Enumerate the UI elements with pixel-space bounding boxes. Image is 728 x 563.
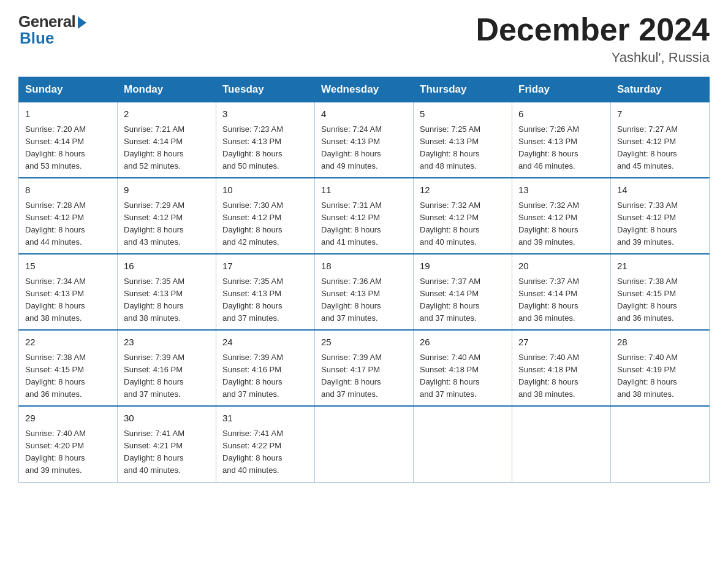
day-info: Sunrise: 7:34 AMSunset: 4:13 PMDaylight:… (25, 275, 111, 325)
column-header-saturday: Saturday (611, 77, 710, 102)
calendar-cell: 3Sunrise: 7:23 AMSunset: 4:13 PMDaylight… (216, 102, 315, 178)
calendar-cell: 23Sunrise: 7:39 AMSunset: 4:16 PMDayligh… (118, 330, 216, 406)
day-info: Sunrise: 7:21 AMSunset: 4:14 PMDaylight:… (124, 123, 210, 173)
page-header: General Blue December 2024 Yashkul', Rus… (18, 12, 710, 66)
day-number: 9 (124, 183, 210, 197)
day-number: 23 (124, 335, 210, 350)
day-number: 7 (617, 107, 703, 121)
day-number: 11 (321, 183, 407, 197)
day-number: 27 (518, 335, 604, 350)
day-number: 5 (420, 107, 506, 121)
day-number: 24 (222, 335, 308, 350)
calendar-cell: 21Sunrise: 7:38 AMSunset: 4:15 PMDayligh… (611, 254, 710, 330)
day-info: Sunrise: 7:40 AMSunset: 4:18 PMDaylight:… (420, 351, 506, 401)
month-title: December 2024 (476, 12, 710, 47)
day-info: Sunrise: 7:40 AMSunset: 4:20 PMDaylight:… (25, 427, 111, 477)
day-number: 28 (617, 335, 703, 350)
column-header-thursday: Thursday (414, 77, 512, 102)
calendar-cell: 22Sunrise: 7:38 AMSunset: 4:15 PMDayligh… (19, 330, 118, 406)
calendar-cell: 17Sunrise: 7:35 AMSunset: 4:13 PMDayligh… (216, 254, 315, 330)
calendar-cell: 7Sunrise: 7:27 AMSunset: 4:12 PMDaylight… (611, 102, 710, 178)
day-number: 20 (518, 259, 604, 274)
day-info: Sunrise: 7:38 AMSunset: 4:15 PMDaylight:… (617, 275, 703, 325)
calendar-cell: 19Sunrise: 7:37 AMSunset: 4:14 PMDayligh… (414, 254, 512, 330)
day-info: Sunrise: 7:25 AMSunset: 4:13 PMDaylight:… (420, 123, 506, 173)
calendar-cell: 18Sunrise: 7:36 AMSunset: 4:13 PMDayligh… (315, 254, 414, 330)
day-info: Sunrise: 7:24 AMSunset: 4:13 PMDaylight:… (321, 123, 407, 173)
logo-blue-text: Blue (18, 29, 54, 48)
logo: General Blue (18, 12, 86, 48)
day-number: 3 (222, 107, 308, 121)
logo-arrow-icon (78, 17, 86, 29)
calendar-cell: 11Sunrise: 7:31 AMSunset: 4:12 PMDayligh… (315, 178, 414, 254)
calendar-week-row: 22Sunrise: 7:38 AMSunset: 4:15 PMDayligh… (19, 330, 710, 406)
day-info: Sunrise: 7:37 AMSunset: 4:14 PMDaylight:… (518, 275, 604, 325)
calendar-cell (414, 406, 512, 482)
day-number: 21 (617, 259, 703, 274)
day-info: Sunrise: 7:20 AMSunset: 4:14 PMDaylight:… (25, 123, 111, 173)
calendar-cell: 1Sunrise: 7:20 AMSunset: 4:14 PMDaylight… (19, 102, 118, 178)
day-info: Sunrise: 7:40 AMSunset: 4:19 PMDaylight:… (617, 351, 703, 401)
day-number: 26 (420, 335, 506, 350)
calendar-cell: 30Sunrise: 7:41 AMSunset: 4:21 PMDayligh… (118, 406, 216, 482)
calendar-cell: 8Sunrise: 7:28 AMSunset: 4:12 PMDaylight… (19, 178, 118, 254)
day-info: Sunrise: 7:36 AMSunset: 4:13 PMDaylight:… (321, 275, 407, 325)
calendar-cell: 4Sunrise: 7:24 AMSunset: 4:13 PMDaylight… (315, 102, 414, 178)
location: Yashkul', Russia (476, 50, 710, 66)
day-number: 25 (321, 335, 407, 350)
calendar-cell: 9Sunrise: 7:29 AMSunset: 4:12 PMDaylight… (118, 178, 216, 254)
day-number: 4 (321, 107, 407, 121)
day-number: 14 (617, 183, 703, 197)
calendar-cell: 27Sunrise: 7:40 AMSunset: 4:18 PMDayligh… (512, 330, 611, 406)
calendar-cell: 24Sunrise: 7:39 AMSunset: 4:16 PMDayligh… (216, 330, 315, 406)
calendar-cell: 12Sunrise: 7:32 AMSunset: 4:12 PMDayligh… (414, 178, 512, 254)
day-info: Sunrise: 7:33 AMSunset: 4:12 PMDaylight:… (617, 199, 703, 249)
day-info: Sunrise: 7:39 AMSunset: 4:16 PMDaylight:… (124, 351, 210, 401)
day-info: Sunrise: 7:41 AMSunset: 4:22 PMDaylight:… (222, 427, 308, 477)
calendar-cell (315, 406, 414, 482)
day-number: 18 (321, 259, 407, 274)
calendar-week-row: 8Sunrise: 7:28 AMSunset: 4:12 PMDaylight… (19, 178, 710, 254)
calendar-week-row: 29Sunrise: 7:40 AMSunset: 4:20 PMDayligh… (19, 406, 710, 482)
day-info: Sunrise: 7:41 AMSunset: 4:21 PMDaylight:… (124, 427, 210, 477)
calendar-cell (611, 406, 710, 482)
column-header-friday: Friday (512, 77, 611, 102)
column-header-wednesday: Wednesday (315, 77, 414, 102)
day-number: 1 (25, 107, 111, 121)
day-number: 15 (25, 259, 111, 274)
day-info: Sunrise: 7:35 AMSunset: 4:13 PMDaylight:… (124, 275, 210, 325)
day-number: 17 (222, 259, 308, 274)
calendar-cell: 2Sunrise: 7:21 AMSunset: 4:14 PMDaylight… (118, 102, 216, 178)
calendar-week-row: 1Sunrise: 7:20 AMSunset: 4:14 PMDaylight… (19, 102, 710, 178)
day-info: Sunrise: 7:35 AMSunset: 4:13 PMDaylight:… (222, 275, 308, 325)
day-number: 6 (518, 107, 604, 121)
title-area: December 2024 Yashkul', Russia (476, 12, 710, 66)
calendar-cell: 13Sunrise: 7:32 AMSunset: 4:12 PMDayligh… (512, 178, 611, 254)
calendar-cell: 14Sunrise: 7:33 AMSunset: 4:12 PMDayligh… (611, 178, 710, 254)
column-header-tuesday: Tuesday (216, 77, 315, 102)
day-number: 31 (222, 412, 308, 426)
day-info: Sunrise: 7:27 AMSunset: 4:12 PMDaylight:… (617, 123, 703, 173)
calendar-cell: 15Sunrise: 7:34 AMSunset: 4:13 PMDayligh… (19, 254, 118, 330)
day-number: 2 (124, 107, 210, 121)
day-info: Sunrise: 7:31 AMSunset: 4:12 PMDaylight:… (321, 199, 407, 249)
column-header-monday: Monday (118, 77, 216, 102)
day-number: 30 (124, 412, 210, 426)
day-number: 8 (25, 183, 111, 197)
day-info: Sunrise: 7:32 AMSunset: 4:12 PMDaylight:… (420, 199, 506, 249)
calendar-week-row: 15Sunrise: 7:34 AMSunset: 4:13 PMDayligh… (19, 254, 710, 330)
calendar-cell: 10Sunrise: 7:30 AMSunset: 4:12 PMDayligh… (216, 178, 315, 254)
day-info: Sunrise: 7:37 AMSunset: 4:14 PMDaylight:… (420, 275, 506, 325)
day-number: 12 (420, 183, 506, 197)
calendar-cell: 5Sunrise: 7:25 AMSunset: 4:13 PMDaylight… (414, 102, 512, 178)
column-header-sunday: Sunday (19, 77, 118, 102)
day-info: Sunrise: 7:39 AMSunset: 4:16 PMDaylight:… (222, 351, 308, 401)
day-info: Sunrise: 7:23 AMSunset: 4:13 PMDaylight:… (222, 123, 308, 173)
day-number: 22 (25, 335, 111, 350)
day-info: Sunrise: 7:38 AMSunset: 4:15 PMDaylight:… (25, 351, 111, 401)
day-info: Sunrise: 7:26 AMSunset: 4:13 PMDaylight:… (518, 123, 604, 173)
day-number: 10 (222, 183, 308, 197)
calendar-cell: 25Sunrise: 7:39 AMSunset: 4:17 PMDayligh… (315, 330, 414, 406)
day-info: Sunrise: 7:29 AMSunset: 4:12 PMDaylight:… (124, 199, 210, 249)
calendar-cell: 26Sunrise: 7:40 AMSunset: 4:18 PMDayligh… (414, 330, 512, 406)
